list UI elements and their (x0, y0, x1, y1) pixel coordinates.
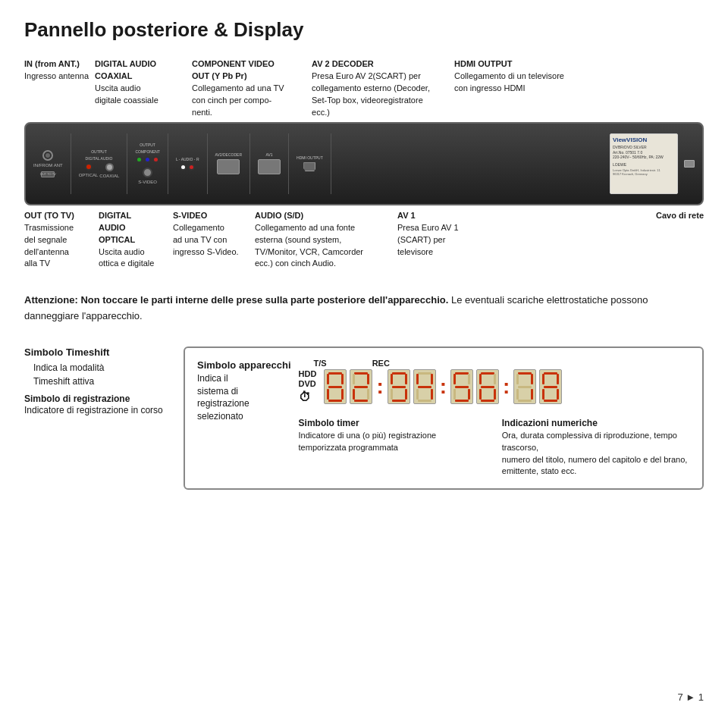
hdmi-section: HDMI OUTPUT (297, 155, 323, 171)
hdd-label: HDD (299, 369, 317, 378)
svideo-port (143, 168, 152, 177)
label-component-video: COMPONENT VIDEO OUT (Y Pb Pr) Collegamen… (192, 58, 306, 119)
component-ports (136, 156, 159, 163)
digit-7 (513, 369, 536, 404)
audio-sd-section: L - AUDIO - R (176, 157, 199, 171)
apparecchi-title: Simbolo apparecchi (197, 359, 291, 372)
page-number: 7 ► 1 (677, 691, 704, 703)
label-in-ant: IN (from ANT.) Ingresso antenna (24, 58, 89, 119)
ts-label: T/S (314, 359, 327, 368)
audio-ports (180, 164, 195, 171)
digital-audio-section: OUTPUT DIGITAL AUDIO OPTICAL COAXIAL (79, 149, 120, 178)
divider-2 (127, 133, 127, 194)
component-video-section: OUTPUT COMPONENT S-VIDEO (135, 143, 160, 184)
back-panel-device: IN/FROM ANT OUT TO TV OUTPUT DIGITAL AUD… (24, 122, 704, 205)
power-section: IN/FROM ANT OUT TO TV (33, 150, 63, 177)
timeshift-line2: Timeshift attiva (24, 375, 184, 388)
rec-label: REC (372, 359, 390, 368)
component-y-port (136, 156, 143, 163)
lcd-top-labels: T/S REC (299, 359, 690, 368)
registration-line1: Indicatore di registrazione in corso (24, 405, 163, 415)
display-bottom-labels: Simbolo timer Indicatore di una (o più) … (299, 418, 690, 478)
symbol-left-col: Simbolo Timeshift Indica la modalità Tim… (24, 346, 184, 491)
timer-label-col: Simbolo timer Indicatore di una (o più) … (299, 418, 487, 478)
colon-1: : (375, 369, 384, 404)
numeric-title: Indicazioni numeriche (502, 418, 690, 428)
component-pb-port (144, 156, 151, 163)
brand-sticker: ViewVISION DVBR/DVD SILVER Art.No. 07501… (610, 133, 678, 194)
apparecchi-line2: sistema di (197, 385, 291, 398)
label-av2-decoder: AV 2 DECODER Presa Euro AV 2(SCART) per … (312, 58, 448, 119)
registration-title: Simbolo di registrazione (24, 393, 130, 404)
divider-3 (168, 133, 168, 194)
svideo-section: S-VIDEO (138, 168, 157, 184)
lcd-area: T/S REC HDD DVD ⏱ (299, 359, 690, 478)
audio-left-port (180, 164, 187, 171)
label-digital-audio-coaxial: DIGITAL AUDIO COAXIAL Uscita audio digit… (95, 58, 186, 119)
av2-section: AV2/DECODER (215, 152, 242, 174)
timer-symbol-line1: Indicatore di una (o più) registrazione (299, 430, 487, 442)
digit-6 (476, 369, 499, 404)
label-digital-audio-optical: DIGITAL AUDIO OPTICAL Uscita audio ottic… (99, 210, 167, 271)
timer-symbol-title: Simbolo timer (299, 418, 487, 428)
warning-bold: Attenzione: Non toccare le parti interne… (24, 294, 448, 306)
label-audio-sd: AUDIO (S/D) Collegamento ad una fonte es… (255, 210, 391, 271)
numeric-line3: emittente, stato ecc. (502, 466, 690, 478)
apparecchi-line3: registrazione (197, 397, 291, 410)
colon-3: : (502, 369, 510, 404)
apparecchi-line4: selezionato (197, 410, 291, 423)
symbol-section: Simbolo Timeshift Indica la modalità Tim… (24, 346, 704, 491)
av2-scart-port (217, 159, 240, 174)
av1-section: AV1 (258, 152, 281, 174)
label-hdmi-output: HDMI OUTPUT Collegamento di un televisor… (454, 58, 576, 119)
top-labels-section: IN (from ANT.) Ingresso antenna DIGITAL … (24, 58, 704, 119)
network-section (684, 160, 695, 168)
hdd-dvd-labels: HDD DVD ⏱ (299, 369, 317, 404)
av1-scart-port (258, 159, 281, 174)
page-title: Pannello posteriore & Display (24, 18, 704, 42)
digit-4 (413, 369, 436, 404)
divider-7 (331, 133, 331, 194)
digital-audio-ports: OPTICAL COAXIAL (79, 163, 120, 178)
label-out-tv: OUT (TO TV) Trasmissione del segnale del… (24, 210, 93, 271)
display-box-inner: Simbolo apparecchi Indica il sistema di … (197, 359, 690, 478)
audio-right-port (188, 164, 195, 171)
hdmi-port (303, 162, 315, 171)
warning-section: Attenzione: Non toccare le parti interne… (24, 293, 704, 323)
network-port (684, 160, 695, 168)
timer-icon: ⏱ (299, 390, 317, 404)
digit-8 (539, 369, 562, 404)
brand-logo: ViewVISION (613, 136, 675, 144)
timer-symbol-line2: temporizzata programmata (299, 442, 487, 454)
numeric-line1: Ora, durata complessiva di riproduzione,… (502, 430, 690, 454)
display-box: Simbolo apparecchi Indica il sistema di … (184, 346, 704, 491)
component-pr-port (152, 156, 159, 163)
digit-2 (350, 369, 372, 404)
lcd-display-row: HDD DVD ⏱ (299, 369, 690, 404)
apparecchi-line1: Indica il (197, 372, 291, 385)
numeric-line2: numero del titolo, numero del capitolo e… (502, 454, 690, 466)
divider-4 (207, 133, 208, 194)
timeshift-title: Simbolo Timeshift (24, 346, 184, 358)
divider-5 (249, 133, 250, 194)
digit-5 (450, 369, 473, 404)
dvd-label: DVD (299, 379, 317, 388)
label-svideo: S-VIDEO Collegamento ad una TV con ingre… (173, 210, 249, 271)
bottom-labels-section: OUT (TO TV) Trasmissione del segnale del… (24, 210, 704, 271)
divider-6 (288, 133, 289, 194)
digit-3 (388, 369, 410, 404)
timeshift-line1: Indica la modalità (24, 361, 184, 375)
display-left-labels: Simbolo apparecchi Indica il sistema di … (197, 359, 291, 423)
label-cavo-rete: Cavo di rete (656, 210, 704, 271)
numeric-label-col: Indicazioni numeriche Ora, durata comple… (502, 418, 690, 478)
coaxial-port (105, 163, 114, 171)
digit-1 (324, 369, 347, 404)
divider-1 (71, 133, 71, 194)
optical-port (85, 163, 93, 171)
colon-2: : (439, 369, 447, 404)
label-av1: AV 1 Presa Euro AV 1 (SCART) per televis… (397, 210, 488, 271)
